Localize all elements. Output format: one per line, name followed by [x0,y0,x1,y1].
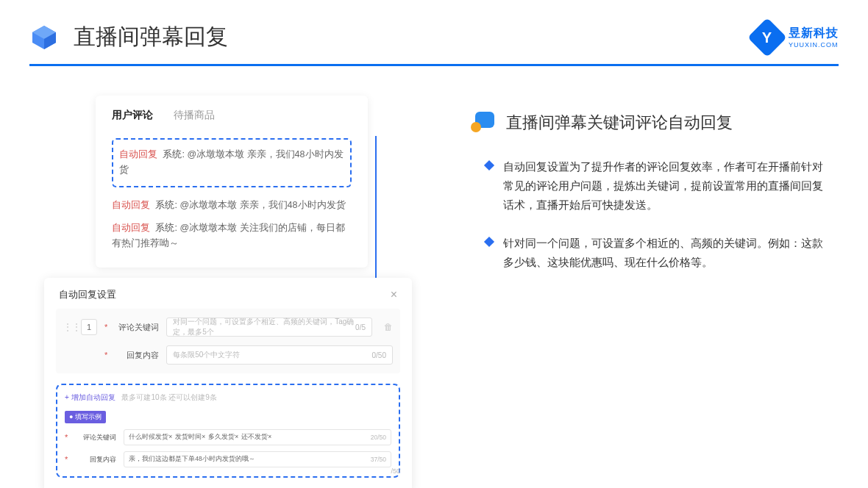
char-count: 37/50 [371,456,386,463]
bullet-item: 自动回复设置为了提升作者的评论回复效率，作者可在开播前针对常见的评论用户问题，提… [471,157,839,215]
required-star-icon: * [65,455,68,464]
system-label: 系统: [155,200,177,210]
close-icon[interactable]: × [391,288,397,301]
hanging-count: /50 [391,467,400,475]
input-placeholder: 对同一个问题，可设置多个相近、高频的关键词，Tag确定，最多5个 [173,317,355,337]
comment-row: 自动回复 系统: @冰墩墩本墩 亲亲，我们48小时内发货 [112,198,352,213]
add-reply-link[interactable]: + 增加自动回复 最多可建10条 还可以创建9条 [65,392,391,403]
auto-reply-badge: 自动回复 [112,223,150,233]
required-star-icon: * [104,351,107,359]
auto-reply-settings-modal: 自动回复设置 × ⋮⋮ 1 * 评论关键词 对同一个问题，可设置多个相近、高频的… [44,278,412,488]
example-keyword-label: 评论关键词 [75,433,116,442]
comments-panel: 用户评论 待播商品 自动回复 系统: @冰墩墩本墩 亲亲，我们48小时内发货 自… [96,96,368,268]
input-placeholder: 每条限50个中文字符 [173,350,371,360]
section-title: 直播间弹幕关键词评论自动回复 [506,112,733,134]
content-input[interactable]: 每条限50个中文字符 0/50 [166,345,393,365]
char-count: 0/50 [372,351,386,359]
page-title: 直播间弹幕回复 [74,22,228,52]
bullet-item: 针对同一个问题，可设置多个相近的、高频的关键词。例如：这款多少钱、这块能优惠吗、… [471,234,839,272]
example-reply-text: 亲，我们这边都是下单48小时内发货的哦～ [129,455,367,464]
order-number: 1 [81,319,97,335]
example-content-input[interactable]: 亲，我们这边都是下单48小时内发货的哦～ 37/50 [124,451,391,467]
highlighted-comment: 自动回复 系统: @冰墩墩本墩 亲亲，我们48小时内发货 [112,138,352,187]
system-label: 系统: [163,149,184,159]
comments-tabs: 用户评论 待播商品 [112,109,352,126]
required-star-icon: * [104,323,107,331]
auto-reply-badge: 自动回复 [112,200,150,210]
required-star-icon: * [65,433,68,442]
keyword-tag: 什么时候发货× [129,433,172,442]
logo-mark-icon: Y [747,18,787,57]
comment-text: @冰墩墩本墩 亲亲，我们48小时内发货 [179,200,345,210]
add-hint-text: 最多可建10条 还可以创建9条 [121,393,216,401]
keyword-tag: 发货时间× [175,433,205,442]
modal-title: 自动回复设置 [59,288,116,301]
tab-pending-products[interactable]: 待播商品 [174,109,215,126]
keyword-tag: 还不发货× [241,433,271,442]
explanation-column: 直播间弹幕关键词评论自动回复 自动回复设置为了提升作者的评论回复效率，作者可在开… [412,96,839,488]
example-highlight-block: + 增加自动回复 最多可建10条 还可以创建9条 ● 填写示例 * 评论关键词 … [56,384,400,478]
diamond-bullet-icon [484,160,494,171]
diamond-bullet-icon [484,237,494,247]
char-count: 20/50 [371,434,386,441]
char-count: 0/5 [355,323,366,331]
trash-icon[interactable]: 🗑 [384,322,393,332]
screenshots-column: 用户评论 待播商品 自动回复 系统: @冰墩墩本墩 亲亲，我们48小时内发货 自… [44,96,412,488]
logo-text-cn: 昱新科技 [789,26,839,41]
example-content-label: 回复内容 [75,455,116,464]
keyword-label: 评论关键词 [115,322,159,333]
auto-reply-badge: 自动回复 [119,149,157,159]
keyword-input[interactable]: 对同一个问题，可设置多个相近、高频的关键词，Tag确定，最多5个 0/5 [166,317,372,337]
drag-handle-icon[interactable]: ⋮⋮ [63,322,74,332]
tab-user-comments[interactable]: 用户评论 [112,109,153,126]
bullet-text: 自动回复设置为了提升作者的评论回复效率，作者可在开播前针对常见的评论用户问题，提… [503,157,827,215]
system-label: 系统: [155,223,177,233]
bullet-text: 针对同一个问题，可设置多个相近的、高频的关键词。例如：这款多少钱、这块能优惠吗、… [503,234,827,272]
settings-form: ⋮⋮ 1 * 评论关键词 对同一个问题，可设置多个相近、高频的关键词，Tag确定… [56,309,400,373]
content-label: 回复内容 [115,350,159,361]
brand-logo: Y 昱新科技 YUUXIN.COM [753,24,839,51]
keyword-tag: 多久发货× [208,433,238,442]
speech-bubbles-icon [471,110,496,135]
logo-text-en: YUUXIN.COM [789,41,839,49]
page-header: 直播间弹幕回复 Y 昱新科技 YUUXIN.COM [0,0,868,64]
cube-icon [29,23,59,52]
example-keyword-input[interactable]: 什么时候发货× 发货时间× 多久发货× 还不发货× 20/50 [124,429,391,445]
comment-row: 自动回复 系统: @冰墩墩本墩 关注我们的店铺，每日都有热门推荐呦～ [112,220,352,252]
example-badge: ● 填写示例 [65,411,106,423]
